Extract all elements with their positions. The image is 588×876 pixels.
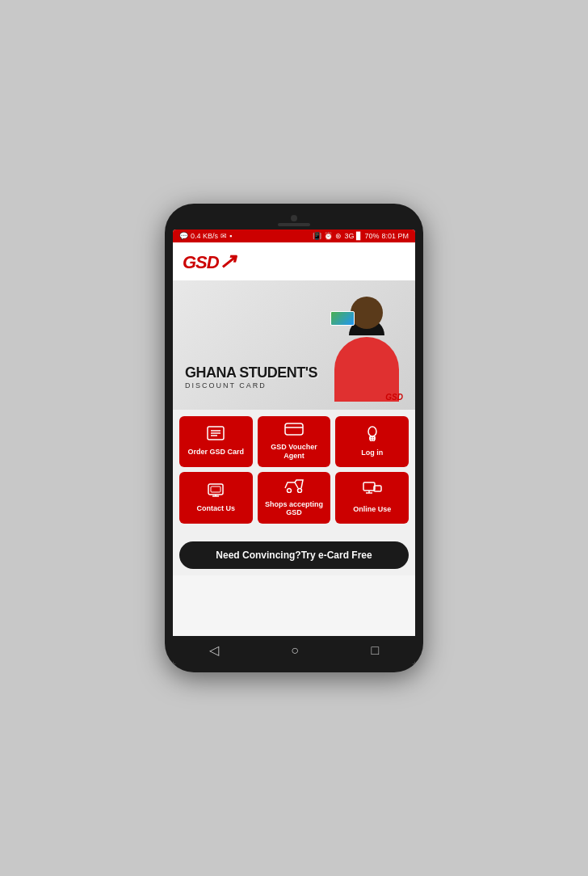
- time-display: 8:01 PM: [381, 232, 409, 240]
- online-use-button[interactable]: Online Use: [335, 472, 409, 524]
- nav-bar: ◁ ○ □: [173, 636, 415, 664]
- phone-device: 💬 0.4 KB/s ✉ ▪ 📳 ⏰ ⊛ 3G ▊ 70% 8:01 PM GS…: [165, 204, 423, 672]
- order-gsd-icon: [207, 426, 225, 444]
- svg-rect-4: [285, 423, 303, 435]
- svg-rect-15: [363, 482, 375, 491]
- svg-rect-10: [211, 486, 220, 492]
- online-use-icon: [363, 482, 382, 502]
- camera: [291, 215, 297, 221]
- network-type: 3G: [344, 232, 354, 240]
- shops-label: Shops accepting GSD: [261, 500, 328, 518]
- status-right: 📳 ⏰ ⊛ 3G ▊ 70% 8:01 PM: [313, 232, 409, 240]
- hero-image: [326, 288, 407, 410]
- hero-text-block: GHANA STUDENT'S DISCOUNT CARD: [185, 365, 317, 390]
- shops-icon: [284, 478, 304, 497]
- notification-icon: 💬: [179, 232, 188, 240]
- shops-button[interactable]: Shops accepting GSD: [258, 472, 331, 524]
- gsd-voucher-icon: [284, 423, 304, 440]
- hero-subtitle: DISCOUNT CARD: [185, 381, 317, 390]
- message-icon: ✉: [220, 232, 227, 240]
- home-button[interactable]: ○: [291, 643, 299, 658]
- vibrate-icon: 📳: [313, 232, 321, 240]
- grid-row-2: Contact Us Shops accepting GSD: [179, 472, 409, 524]
- online-use-label: Online Use: [353, 505, 391, 514]
- order-gsd-button[interactable]: Order GSD Card: [179, 416, 253, 467]
- gsd-voucher-label: GSD Voucher Agent: [261, 443, 328, 461]
- status-left: 💬 0.4 KB/s ✉ ▪: [179, 232, 232, 240]
- contact-us-icon: [207, 482, 225, 501]
- back-button[interactable]: ◁: [209, 642, 219, 658]
- svg-point-6: [368, 427, 376, 436]
- battery-level: 70%: [364, 232, 379, 240]
- status-bar: 💬 0.4 KB/s ✉ ▪ 📳 ⏰ ⊛ 3G ▊ 70% 8:01 PM: [173, 230, 415, 242]
- login-button[interactable]: Log in: [335, 416, 409, 467]
- alarm-icon: ⏰: [324, 232, 333, 240]
- hero-logo-small: GSD: [385, 393, 403, 402]
- gsd-voucher-button[interactable]: GSD Voucher Agent: [258, 416, 331, 467]
- data-speed: 0.4 KB/s: [191, 232, 218, 240]
- grid-container: Order GSD Card GSD Voucher Agent: [173, 410, 415, 535]
- app-logo: GSD↗: [183, 252, 236, 272]
- logo-bar: GSD↗: [173, 242, 415, 280]
- contact-us-button[interactable]: Contact Us: [179, 472, 253, 524]
- svg-point-14: [298, 488, 302, 492]
- svg-point-13: [288, 488, 292, 492]
- square-icon: ▪: [229, 232, 232, 240]
- recent-button[interactable]: □: [372, 643, 380, 658]
- order-gsd-label: Order GSD Card: [188, 448, 245, 457]
- contact-us-label: Contact Us: [197, 504, 236, 513]
- hero-area: GHANA STUDENT'S DISCOUNT CARD GSD: [173, 280, 415, 410]
- login-label: Log in: [361, 449, 383, 457]
- grid-row-1: Order GSD Card GSD Voucher Agent: [179, 416, 409, 467]
- app-content: GSD↗ GHANA STUDENT'S DISCOUNT C: [173, 242, 415, 636]
- cta-button[interactable]: Need Convincing?Try e-Card Free: [179, 541, 409, 569]
- speaker: [278, 223, 310, 226]
- wifi-icon: ⊛: [335, 232, 342, 240]
- login-icon: [364, 425, 380, 445]
- cta-bar: Need Convincing?Try e-Card Free: [173, 535, 415, 575]
- phone-screen: 💬 0.4 KB/s ✉ ▪ 📳 ⏰ ⊛ 3G ▊ 70% 8:01 PM GS…: [173, 230, 415, 664]
- hero-title: GHANA STUDENT'S: [185, 365, 317, 381]
- signal-icon: ▊: [356, 232, 362, 240]
